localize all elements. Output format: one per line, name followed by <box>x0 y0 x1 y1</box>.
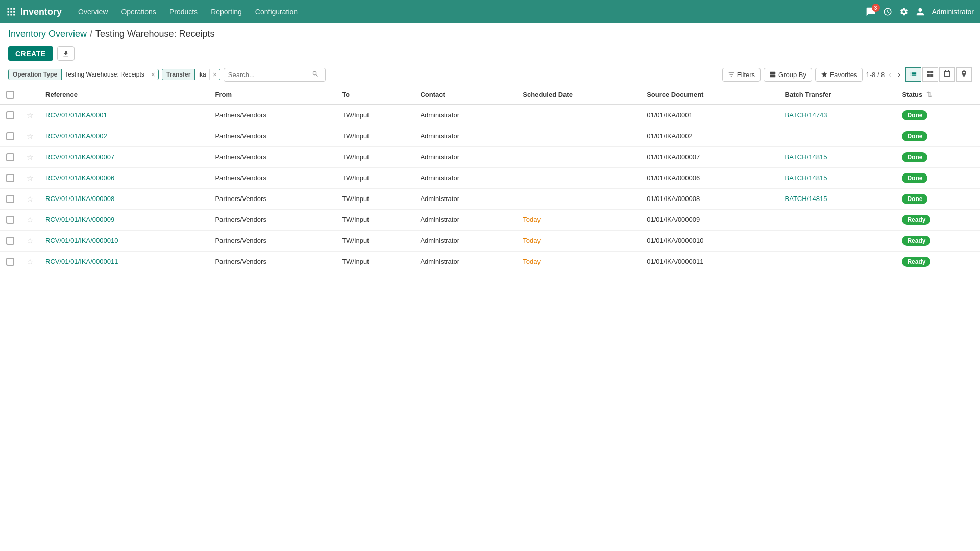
row-checkbox-4[interactable] <box>6 195 14 203</box>
row-status-badge-2: Done <box>902 152 927 162</box>
row-batch-link-3[interactable]: BATCH/14815 <box>785 174 827 182</box>
notification-badge: 3 <box>872 4 880 12</box>
row-scheduled-date <box>517 167 641 188</box>
row-status: Done <box>896 167 980 188</box>
col-contact[interactable]: Contact <box>414 85 517 105</box>
row-scheduled-date <box>517 146 641 167</box>
row-reference-link-6[interactable]: RCV/01/01/IKA/0000010 <box>45 237 118 244</box>
row-checkbox-1[interactable] <box>6 132 14 140</box>
search-icon[interactable] <box>312 70 319 79</box>
col-to[interactable]: To <box>336 85 414 105</box>
svg-rect-1 <box>10 8 12 10</box>
view-list-button[interactable] <box>905 67 921 82</box>
row-status: Ready <box>896 230 980 251</box>
chat-icon[interactable]: 3 <box>866 7 876 17</box>
row-star-0[interactable]: ☆ <box>27 111 33 119</box>
row-checkbox-3[interactable] <box>6 174 14 182</box>
row-reference-link-2[interactable]: RCV/01/01/IKA/000007 <box>45 153 114 161</box>
row-to: TW/Input <box>336 230 414 251</box>
row-scheduled-date <box>517 105 641 126</box>
row-batch-link-4[interactable]: BATCH/14815 <box>785 195 827 203</box>
svg-rect-3 <box>8 11 9 12</box>
row-checkbox-cell <box>0 146 20 167</box>
app-brand[interactable]: Inventory <box>20 7 62 17</box>
row-star-3[interactable]: ☆ <box>27 173 33 182</box>
row-checkbox-2[interactable] <box>6 153 14 161</box>
create-button[interactable]: CREATE <box>8 46 53 61</box>
user-icon[interactable] <box>916 7 925 16</box>
row-reference-link-0[interactable]: RCV/01/01/IKA/0001 <box>45 111 107 119</box>
filters-button[interactable]: Filters <box>722 68 761 82</box>
row-star-cell: ☆ <box>20 209 39 230</box>
row-from: Partners/Vendors <box>209 251 336 272</box>
row-star-2[interactable]: ☆ <box>27 153 33 161</box>
row-status-badge-4: Done <box>902 194 927 204</box>
row-star-7[interactable]: ☆ <box>27 257 33 266</box>
download-button[interactable] <box>57 46 75 61</box>
filter-tag-transfer-label: Transfer <box>162 69 195 80</box>
row-star-5[interactable]: ☆ <box>27 215 33 224</box>
row-to: TW/Input <box>336 126 414 146</box>
col-status[interactable]: Status ⇅ <box>896 85 980 105</box>
search-input[interactable] <box>228 71 310 79</box>
row-checkbox-5[interactable] <box>6 216 14 224</box>
col-reference[interactable]: Reference <box>39 85 209 105</box>
col-batch-transfer[interactable]: Batch Transfer <box>779 85 896 105</box>
row-batch-link-0[interactable]: BATCH/14743 <box>785 111 827 119</box>
breadcrumb-parent[interactable]: Inventory Overview <box>8 29 87 39</box>
row-status-badge-3: Done <box>902 173 927 183</box>
row-reference-link-5[interactable]: RCV/01/01/IKA/000009 <box>45 216 114 223</box>
row-batch-transfer: BATCH/14815 <box>779 167 896 188</box>
clock-icon[interactable] <box>883 7 892 16</box>
pagination-next[interactable]: › <box>896 69 902 80</box>
row-reference: RCV/01/01/IKA/0000011 <box>39 251 209 272</box>
star-header <box>20 85 39 105</box>
row-reference-link-4[interactable]: RCV/01/01/IKA/000008 <box>45 195 114 203</box>
row-from: Partners/Vendors <box>209 146 336 167</box>
row-checkbox-0[interactable] <box>6 111 14 119</box>
col-from[interactable]: From <box>209 85 336 105</box>
row-star-cell: ☆ <box>20 146 39 167</box>
view-calendar-button[interactable] <box>939 67 955 82</box>
row-star-6[interactable]: ☆ <box>27 236 33 245</box>
filter-tag-operation-type-close[interactable]: × <box>148 69 158 80</box>
row-from: Partners/Vendors <box>209 230 336 251</box>
apps-icon[interactable] <box>6 7 16 17</box>
settings-icon[interactable] <box>899 7 909 16</box>
pagination-prev[interactable]: ‹ <box>887 69 893 80</box>
group-by-button[interactable]: Group By <box>764 68 812 82</box>
row-star-1[interactable]: ☆ <box>27 132 33 140</box>
user-name[interactable]: Administrator <box>932 8 974 16</box>
svg-rect-4 <box>10 11 12 12</box>
filter-tag-transfer-close[interactable]: × <box>209 69 220 80</box>
row-batch-link-2[interactable]: BATCH/14815 <box>785 153 827 161</box>
status-sort-icon[interactable]: ⇅ <box>926 91 932 98</box>
breadcrumb-separator: / <box>90 29 92 39</box>
favorites-button[interactable]: Favorites <box>815 68 863 82</box>
nav-item-products[interactable]: Products <box>163 5 204 19</box>
breadcrumb: Inventory Overview / Testing Warehouse: … <box>8 29 215 39</box>
row-reference-link-1[interactable]: RCV/01/01/IKA/0002 <box>45 132 107 140</box>
row-status: Ready <box>896 251 980 272</box>
row-star-4[interactable]: ☆ <box>27 194 33 203</box>
row-checkbox-6[interactable] <box>6 237 14 245</box>
nav-item-operations[interactable]: Operations <box>115 5 162 19</box>
row-checkbox-cell <box>0 105 20 126</box>
select-all-checkbox[interactable] <box>6 91 14 99</box>
filter-tag-transfer-value: ika <box>195 69 209 80</box>
filter-tags-area: Operation Type Testing Warehouse: Receip… <box>8 68 718 82</box>
col-source-document[interactable]: Source Document <box>641 85 778 105</box>
nav-item-configuration[interactable]: Configuration <box>249 5 304 19</box>
view-kanban-button[interactable] <box>922 67 938 82</box>
view-map-button[interactable] <box>956 67 972 82</box>
row-batch-transfer <box>779 126 896 146</box>
nav-item-reporting[interactable]: Reporting <box>205 5 248 19</box>
table-header-row: Reference From To Contact Scheduled Date… <box>0 85 980 105</box>
nav-item-overview[interactable]: Overview <box>72 5 114 19</box>
row-reference: RCV/01/01/IKA/0002 <box>39 126 209 146</box>
row-reference-link-7[interactable]: RCV/01/01/IKA/0000011 <box>45 258 118 265</box>
row-contact: Administrator <box>414 126 517 146</box>
col-scheduled-date[interactable]: Scheduled Date <box>517 85 641 105</box>
row-reference-link-3[interactable]: RCV/01/01/IKA/000006 <box>45 174 114 182</box>
row-checkbox-7[interactable] <box>6 258 14 266</box>
